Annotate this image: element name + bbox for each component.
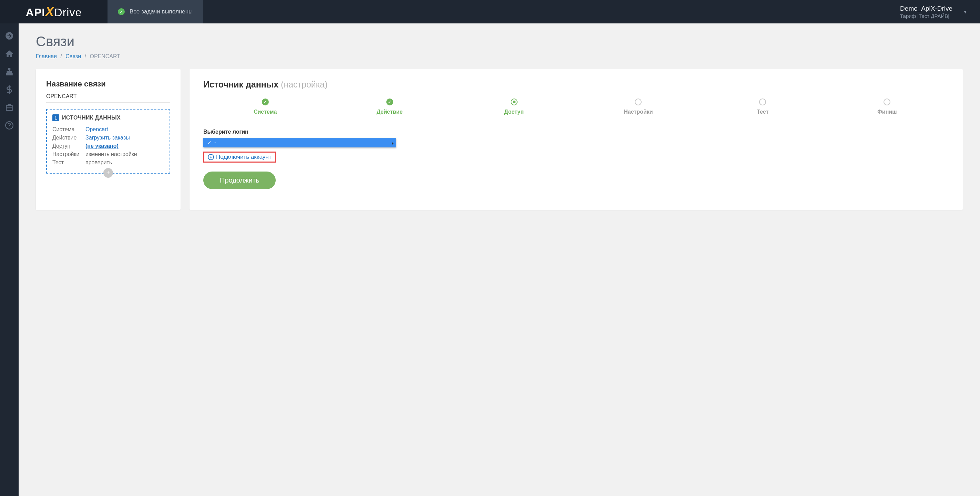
logo[interactable]: APIXDrive — [0, 0, 108, 24]
tasks-status: ✓ Все задачи выполнены — [108, 0, 203, 24]
connection-panel: Название связи OPENCART 1 ИСТОЧНИК ДАННЫ… — [36, 69, 181, 210]
sidebar-home-icon[interactable] — [0, 45, 19, 63]
breadcrumb-links[interactable]: Связи — [65, 53, 81, 59]
account-name: Demo_ApiX-Drive — [900, 5, 953, 13]
check-icon: ✓ — [118, 8, 125, 15]
sidebar-help-icon[interactable] — [0, 116, 19, 134]
connection-title: Название связи — [46, 79, 170, 89]
content: Связи Главная / Связи / OPENCART Названи… — [19, 24, 980, 496]
continue-button[interactable]: Продолжить — [203, 172, 276, 189]
row-action-v[interactable]: Загрузить заказы — [86, 135, 130, 141]
step-action[interactable]: Действие — [328, 99, 452, 115]
breadcrumb-home[interactable]: Главная — [36, 53, 57, 59]
step-test[interactable]: Тест — [701, 99, 824, 115]
sidebar-sitemap-icon[interactable] — [0, 63, 19, 81]
breadcrumb: Главная / Связи / OPENCART — [36, 53, 963, 60]
select-value: - — [214, 140, 216, 146]
row-system-v[interactable]: Opencart — [86, 126, 108, 133]
login-label: Выберите логин — [203, 129, 949, 135]
row-settings-k: Настройки — [52, 151, 86, 157]
status-text: Все задачи выполнены — [130, 8, 192, 15]
row-system-k: Система — [52, 126, 86, 133]
sidebar-dollar-icon[interactable] — [0, 81, 19, 99]
page-title: Связи — [36, 34, 963, 49]
step-settings[interactable]: Настройки — [576, 99, 700, 115]
sidebar — [0, 24, 19, 496]
row-test-v[interactable]: проверить — [86, 159, 112, 166]
row-settings-v[interactable]: изменить настройки — [86, 151, 137, 157]
source-title-text: ИСТОЧНИК ДАННЫХ — [62, 115, 121, 121]
stepper: Система Действие Доступ Настройки Тест Ф… — [203, 99, 949, 115]
connect-text: Подключить аккаунт — [216, 154, 272, 161]
step-access[interactable]: Доступ — [452, 99, 576, 115]
logo-text-pre: API — [26, 6, 45, 19]
breadcrumb-current: OPENCART — [89, 53, 120, 59]
step-system[interactable]: Система — [203, 99, 327, 115]
header-bar: APIXDrive ✓ Все задачи выполнены Demo_Ap… — [0, 0, 980, 24]
row-access-k: Доступ — [52, 143, 86, 149]
login-select[interactable]: ✓ - — [203, 138, 396, 148]
check-icon: ✓ — [207, 140, 212, 145]
step-finish[interactable]: Финиш — [825, 99, 949, 115]
add-step-button[interactable]: + — [103, 168, 113, 178]
config-panel: Источник данных (настройка) Система Дейс… — [189, 69, 963, 210]
sidebar-briefcase-icon[interactable] — [0, 99, 19, 116]
plus-circle-icon: + — [208, 154, 214, 160]
row-test-k: Тест — [52, 159, 86, 166]
row-access-v[interactable]: (не указано) — [86, 143, 119, 149]
data-source-box: 1 ИСТОЧНИК ДАННЫХ СистемаOpencart Действ… — [46, 109, 170, 173]
logo-text-post: Drive — [54, 6, 82, 19]
chevron-down-icon: ▼ — [963, 9, 967, 14]
config-title: Источник данных (настройка) — [203, 79, 949, 89]
badge-1: 1 — [52, 114, 59, 121]
logo-x: X — [45, 5, 54, 19]
connection-name: OPENCART — [46, 93, 170, 103]
connect-account-link[interactable]: + Подключить аккаунт — [203, 151, 276, 162]
row-action-k: Действие — [52, 135, 86, 141]
account-tariff: Тариф |Тест ДРАЙВ| — [900, 13, 953, 19]
sidebar-enter-icon[interactable] — [0, 27, 19, 45]
account-menu[interactable]: Demo_ApiX-Drive Тариф |Тест ДРАЙВ| ▼ — [888, 0, 980, 24]
